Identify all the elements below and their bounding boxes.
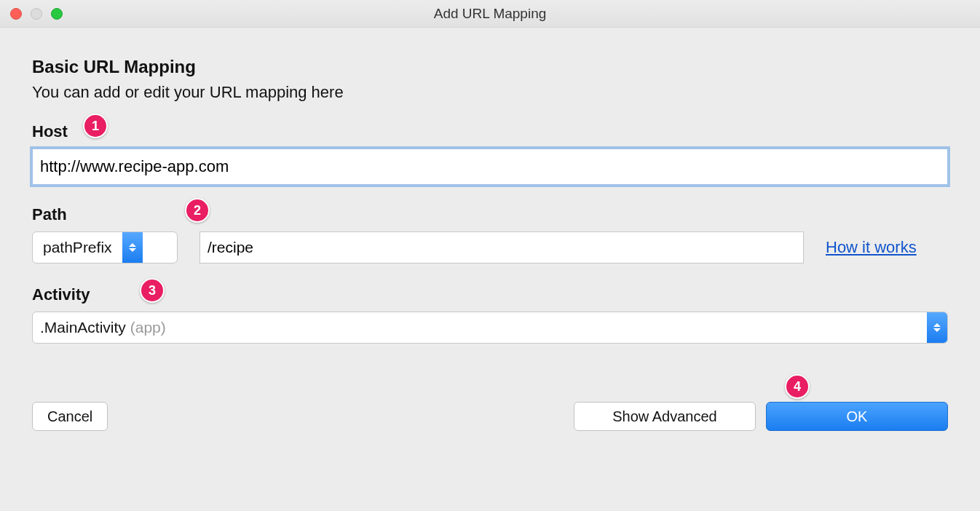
path-type-selected: pathPrefix — [33, 239, 122, 256]
path-label: Path — [32, 205, 948, 224]
activity-selected: .MainActivity (app) — [33, 319, 927, 336]
dialog-content: Basic URL Mapping You can add or edit yo… — [0, 28, 980, 431]
path-input[interactable] — [199, 231, 804, 264]
show-advanced-button[interactable]: Show Advanced — [574, 402, 756, 431]
annotation-marker-3: 3 — [140, 278, 165, 303]
activity-label: Activity — [32, 285, 948, 304]
chevron-updown-icon — [122, 232, 143, 263]
host-label: Host — [32, 122, 948, 141]
titlebar: Add URL Mapping — [0, 0, 980, 28]
annotation-marker-1: 1 — [83, 114, 108, 138]
activity-name: .MainActivity — [40, 319, 126, 336]
ok-button[interactable]: OK — [766, 402, 948, 431]
path-type-select[interactable]: pathPrefix — [32, 231, 178, 264]
activity-select[interactable]: .MainActivity (app) — [32, 312, 948, 344]
how-it-works-link[interactable]: How it works — [826, 238, 917, 257]
annotation-marker-4: 4 — [785, 374, 810, 399]
window-title: Add URL Mapping — [0, 6, 980, 22]
annotation-marker-2: 2 — [185, 198, 210, 223]
activity-module: (app) — [130, 319, 166, 336]
chevron-updown-icon — [927, 312, 947, 343]
host-input[interactable] — [32, 148, 948, 185]
section-title: Basic URL Mapping — [32, 57, 948, 77]
cancel-button[interactable]: Cancel — [32, 402, 108, 431]
section-description: You can add or edit your URL mapping her… — [32, 83, 948, 102]
